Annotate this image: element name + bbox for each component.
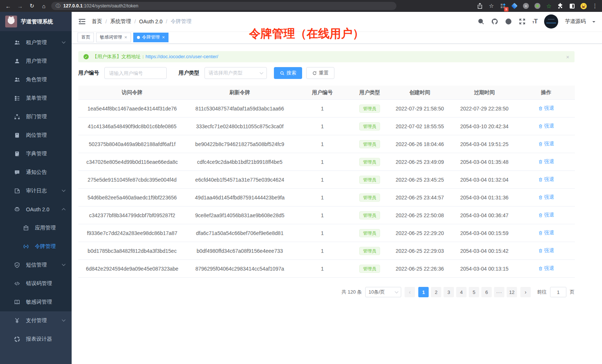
sidebar-item-dict-management[interactable]: 字典管理 bbox=[0, 145, 72, 163]
sidebar-item-post-management[interactable]: 岗位管理 bbox=[0, 126, 72, 145]
alert-close-icon[interactable]: × bbox=[566, 54, 569, 60]
app-logo[interactable]: 芋道管理系统 bbox=[0, 12, 72, 31]
sidebar-item-error-code-management[interactable]: 错误码管理 bbox=[0, 274, 72, 293]
force-logout-button[interactable]: 强退 bbox=[538, 123, 554, 129]
goto-label: 前往 bbox=[537, 289, 547, 295]
doc-link[interactable]: https://doc.iocoder.cn/user-center/ bbox=[145, 54, 218, 59]
goto-page-input[interactable] bbox=[550, 287, 566, 297]
refresh-token-cell: b0df4980ffd34c67a08f9156e4eee733 bbox=[186, 248, 294, 254]
breadcrumb-system[interactable]: 系统管理 bbox=[110, 18, 131, 25]
chevron-up-icon bbox=[62, 208, 66, 212]
table-row: 1ea5e44f8bc1467aaede43144f31de76811c5304… bbox=[78, 100, 575, 118]
profile-avatar-icon[interactable] bbox=[580, 3, 587, 9]
reset-button[interactable]: 重置 bbox=[306, 67, 334, 79]
asterisk-extension-icon[interactable]: ✳ bbox=[523, 3, 529, 9]
page-button-12[interactable]: 12 bbox=[507, 287, 517, 297]
sidebar-item-notice-announcement[interactable]: 通知公告 bbox=[0, 163, 72, 182]
page-button-6[interactable]: 6 bbox=[481, 287, 492, 297]
user-avatar[interactable] bbox=[544, 14, 558, 29]
sidebar-item-role-management[interactable]: 角色管理 bbox=[0, 70, 72, 89]
force-logout-button[interactable]: 强退 bbox=[538, 176, 554, 183]
browser-menu-icon[interactable]: ⋮ bbox=[592, 3, 598, 9]
force-logout-button[interactable]: 强退 bbox=[538, 212, 554, 218]
breadcrumb-oauth2[interactable]: OAuth 2.0 bbox=[139, 19, 163, 24]
force-logout-button[interactable]: 强退 bbox=[538, 194, 554, 201]
force-logout-button[interactable]: 强退 bbox=[538, 105, 554, 112]
record-extension-icon[interactable] bbox=[534, 3, 541, 9]
tab-close-icon[interactable]: × bbox=[162, 35, 165, 40]
breadcrumb-home[interactable]: 首页 bbox=[92, 18, 102, 25]
puzzle-extensions-icon[interactable] bbox=[557, 3, 564, 9]
table-row: f9336e7c7dd242a283ee98dc86b17a87dfa6c71a… bbox=[78, 224, 575, 242]
page-button-5[interactable]: 5 bbox=[469, 287, 479, 297]
tab-token[interactable]: 令牌管理 × bbox=[133, 33, 169, 42]
refresh-token-cell: dfa6c71a50a54c66bef706ef9e6e8d81 bbox=[186, 230, 294, 236]
page-button-2[interactable]: 2 bbox=[431, 287, 441, 297]
force-logout-button[interactable]: 强退 bbox=[538, 229, 554, 236]
sidebar-item-user-management[interactable]: 用户管理 bbox=[0, 52, 72, 70]
user-type-cell: 管理员 bbox=[351, 211, 388, 219]
user-type-cell: 管理员 bbox=[351, 140, 388, 148]
search-button[interactable]: 搜索 bbox=[274, 67, 302, 79]
user-type-badge: 管理员 bbox=[359, 122, 380, 130]
page-button-1[interactable]: 1 bbox=[418, 287, 429, 297]
browser-home-icon[interactable]: ⌂ bbox=[39, 3, 48, 9]
sidebar-item-dept-management[interactable]: 部门管理 bbox=[0, 107, 72, 126]
help-icon[interactable] bbox=[505, 18, 512, 25]
page-suffix-label: 页 bbox=[570, 289, 575, 295]
search-icon[interactable] bbox=[477, 18, 484, 25]
chevron-down-icon bbox=[62, 188, 66, 192]
trash-icon-label: 强退 bbox=[544, 212, 554, 218]
pagination-more-icon[interactable]: ··· bbox=[494, 287, 504, 297]
sidebar-item-menu-management[interactable]: 菜单管理 bbox=[0, 89, 72, 107]
font-size-icon[interactable]: тT bbox=[532, 18, 537, 25]
sidebar-item-sensitive-word-management[interactable]: 敏感词管理 bbox=[0, 293, 72, 311]
sidebar-toggle-icon[interactable] bbox=[78, 18, 86, 25]
alert-text: 【用户体系】文档地址： bbox=[92, 54, 145, 59]
user-type-select[interactable]: 请选择用户类型 bbox=[205, 67, 267, 79]
site-info-icon[interactable]: ⓘ bbox=[56, 3, 60, 9]
sidebar-item-tenant-management[interactable]: 租户管理 bbox=[0, 33, 72, 52]
robot-icon bbox=[14, 206, 20, 212]
sidebar-item-label: 应用管理 bbox=[35, 225, 56, 231]
sidebar-item-sms-management[interactable]: 短信管理 bbox=[0, 256, 72, 274]
refresh-token-cell: 8796295f04064c2983414cc54af1097a bbox=[186, 266, 294, 272]
page-size-select[interactable]: 10条/页 bbox=[365, 287, 401, 297]
tab-sensitive-word[interactable]: 敏感词管理 × bbox=[96, 33, 131, 42]
prev-page-button[interactable]: ‹ bbox=[405, 287, 415, 297]
force-logout-button[interactable]: 强退 bbox=[538, 140, 554, 147]
gem-extension-icon[interactable] bbox=[511, 3, 518, 9]
browser-back-icon[interactable]: ← bbox=[4, 3, 13, 9]
expire-time-cell: 2054-03-10 20:42:34 bbox=[451, 123, 517, 129]
user-dropdown-caret-icon[interactable] bbox=[592, 21, 595, 24]
extension-tiles-icon[interactable]: 9 bbox=[500, 3, 506, 9]
page-button-3[interactable]: 3 bbox=[444, 287, 454, 297]
tab-close-icon[interactable]: × bbox=[124, 35, 127, 40]
sidebar-item-report-designer[interactable]: 报表设计器 bbox=[0, 330, 72, 348]
user-id-input[interactable] bbox=[104, 67, 167, 79]
user-icon bbox=[14, 58, 20, 64]
sidebar-item-oauth2[interactable]: OAuth 2.0 bbox=[0, 200, 72, 219]
browser-forward-icon[interactable]: → bbox=[16, 3, 24, 9]
sidebar-item-oauth2-application[interactable]: 应用管理 bbox=[0, 219, 72, 237]
chevron-down-icon bbox=[62, 318, 66, 322]
fullscreen-icon[interactable] bbox=[518, 18, 526, 25]
browser-reload-icon[interactable]: ↻ bbox=[27, 3, 36, 9]
user-id-cell: 1 bbox=[294, 106, 351, 112]
sidebar-item-pay-management[interactable]: 支付管理 bbox=[0, 311, 72, 330]
tab-home[interactable]: 首页 bbox=[78, 33, 94, 42]
browser-url-bar[interactable]: ⓘ 127.0.0.1:1024/system/oauth2/token bbox=[51, 2, 396, 10]
star-extension-icon[interactable]: ☆ bbox=[546, 3, 552, 9]
bookmark-star-icon[interactable]: ☆ bbox=[488, 3, 495, 9]
split-screen-icon[interactable] bbox=[569, 3, 575, 9]
page-button-4[interactable]: 4 bbox=[456, 287, 467, 297]
next-page-button[interactable]: › bbox=[520, 287, 531, 297]
share-icon[interactable] bbox=[477, 3, 483, 9]
sidebar-item-audit-log[interactable]: 审计日志 bbox=[0, 182, 72, 200]
username[interactable]: 芋道源码 bbox=[565, 18, 586, 25]
sidebar-item-oauth2-token[interactable]: 令牌管理 bbox=[0, 237, 72, 256]
force-logout-button[interactable]: 强退 bbox=[538, 265, 554, 272]
github-icon[interactable] bbox=[491, 18, 498, 25]
force-logout-button[interactable]: 强退 bbox=[538, 158, 554, 165]
force-logout-button[interactable]: 强退 bbox=[538, 247, 554, 254]
